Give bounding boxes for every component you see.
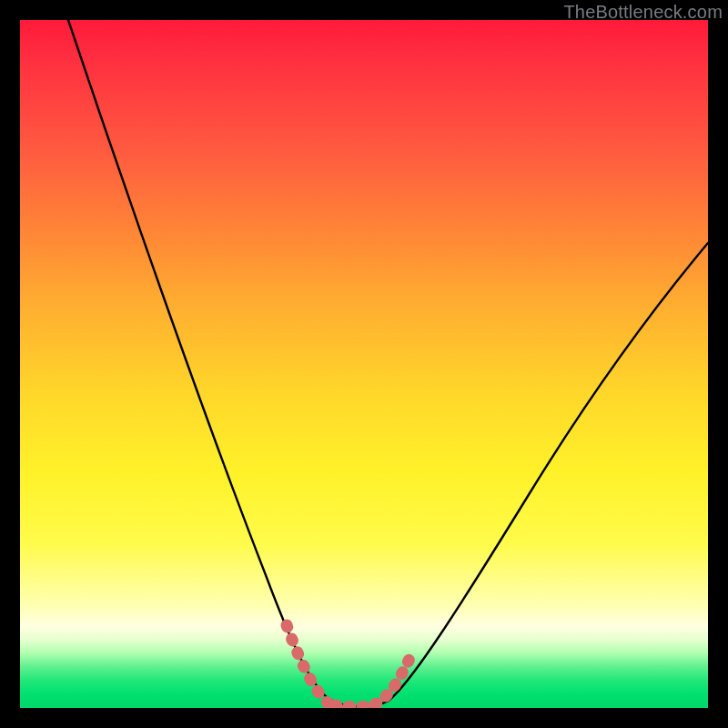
- chart-svg: [20, 20, 708, 708]
- bottleneck-curve: [68, 20, 708, 707]
- chart-frame: TheBottleneck.com: [0, 0, 728, 728]
- plot-area: [20, 20, 708, 708]
- bottom-marker-run: [335, 705, 369, 707]
- left-marker-run: [287, 625, 329, 704]
- watermark-text: TheBottleneck.com: [563, 2, 723, 23]
